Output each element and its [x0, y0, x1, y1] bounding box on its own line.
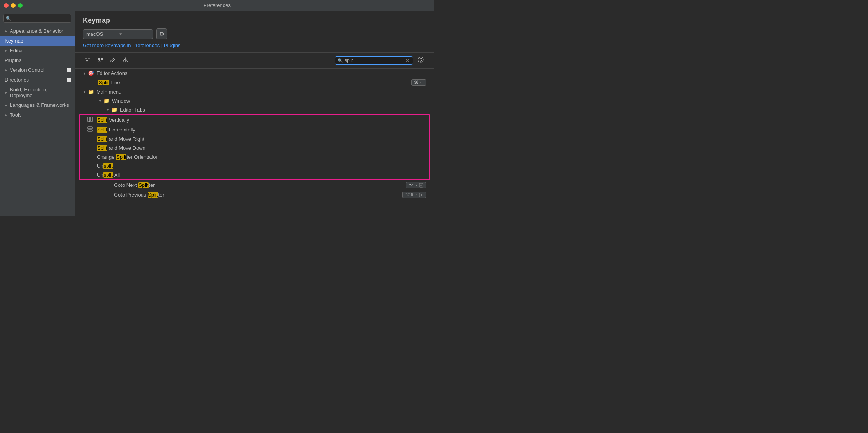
shortcut-icon	[419, 183, 423, 188]
collapse-all-button[interactable]	[95, 56, 105, 66]
arrow-icon: ▶	[5, 113, 7, 117]
keymap-search-icon: 🔍	[338, 58, 343, 63]
highlight-split: Split	[97, 117, 107, 123]
sidebar-item-keymap[interactable]: Keymap	[0, 36, 75, 46]
tree-expand-arrow-icon: ▼	[83, 71, 86, 75]
tree-item-label: Editor Tabs	[120, 107, 426, 113]
maximize-button[interactable]	[18, 3, 23, 8]
shortcut-symbol: ⌘	[414, 80, 418, 85]
tree-item-label: Split Horizontally	[97, 127, 422, 133]
shortcut-area: ⌥→	[406, 182, 426, 188]
svg-rect-14	[88, 117, 90, 122]
arrow-icon: ▶	[5, 103, 7, 107]
tree-item-split-move-down[interactable]: Split and Move Down	[80, 144, 429, 153]
svg-rect-7	[98, 59, 100, 60]
tree-item-unsplit-all[interactable]: Unsplit All	[80, 170, 429, 179]
highlight-split: Split	[138, 182, 149, 188]
tree-item-label: Editor Actions	[96, 70, 426, 76]
tree-expand-arrow-icon: ▼	[98, 99, 102, 103]
sidebar-item-label: Languages & Frameworks	[10, 102, 69, 108]
sidebar-item-label: Version Control	[10, 67, 44, 73]
tree-item-split-line[interactable]: Split Line ⌘ ←	[75, 78, 434, 87]
tree-item-change-splitter[interactable]: Change Splitter Orientation	[80, 153, 429, 161]
tree-item-label: Split and Move Down	[97, 145, 422, 151]
sidebar-item-label: Editor	[10, 48, 23, 53]
close-button[interactable]	[4, 3, 9, 8]
tree-item-label: Goto Next Splitter	[114, 182, 406, 188]
content-area: Keymap macOS ▼ ⚙ Get more keymaps in Pre…	[75, 11, 434, 216]
tree-item-label: Change Splitter Orientation	[97, 154, 422, 160]
highlight-split: Split	[97, 136, 107, 142]
tree-item-goto-next-splitter[interactable]: Goto Next Splitter ⌥→	[75, 180, 434, 190]
main-layout: 🔍 ▶ Appearance & Behavior Keymap ▶ Edito…	[0, 11, 434, 216]
keymap-search-input[interactable]	[345, 58, 403, 63]
sidebar-item-languages[interactable]: ▶ Languages & Frameworks	[0, 100, 75, 110]
svg-rect-1	[85, 59, 87, 59]
svg-rect-4	[88, 59, 90, 59]
tree-item-label: Window	[112, 98, 426, 104]
svg-rect-10	[125, 59, 125, 61]
tree-item-editor-tabs[interactable]: ▼ 📁 Editor Tabs	[75, 105, 434, 114]
sidebar-item-tools[interactable]: ▶ Tools	[0, 110, 75, 120]
sidebar-item-label: Tools	[10, 112, 21, 118]
toolbar-left	[83, 56, 335, 66]
sidebar-item-version-control[interactable]: ▶ Version Control ⬜	[0, 65, 75, 75]
svg-rect-11	[125, 61, 125, 62]
tree-item-main-menu[interactable]: ▼ 📁 Main menu	[75, 87, 434, 96]
shortcut-badge: ⌘ ←	[411, 79, 426, 86]
split-horizontally-icon	[87, 126, 94, 133]
tree-item-label: Unsplit All	[97, 172, 422, 178]
sidebar-item-directories[interactable]: Directories ⬜	[0, 75, 75, 85]
clear-search-button[interactable]: ✕	[405, 58, 410, 63]
tree-item-split-move-right[interactable]: Split and Move Right	[80, 135, 429, 144]
tree-item-window[interactable]: ▼ 📁 Window	[75, 96, 434, 105]
editor-actions-icon: 🎯	[88, 70, 94, 76]
sidebar-item-label: Appearance & Behavior	[10, 28, 63, 34]
sidebar: 🔍 ▶ Appearance & Behavior Keymap ▶ Edito…	[0, 11, 75, 216]
page-icon: ⬜	[67, 78, 71, 82]
sidebar-item-plugins[interactable]: Plugins	[0, 55, 75, 65]
edit-button[interactable]	[108, 56, 118, 66]
svg-rect-6	[98, 58, 100, 59]
tree-item-unsplit[interactable]: Unsplit	[80, 161, 429, 170]
sidebar-item-editor[interactable]: ▶ Editor	[0, 46, 75, 55]
svg-rect-17	[88, 130, 92, 131]
arrow-icon: ▶	[5, 91, 7, 94]
highlight-split: Split	[98, 80, 109, 85]
sidebar-search-bar: 🔍	[0, 11, 75, 26]
shortcut-key: ←	[419, 80, 423, 85]
tree-item-split-horizontally[interactable]: Split Horizontally	[80, 125, 429, 135]
gear-button[interactable]: ⚙	[156, 28, 167, 39]
sidebar-item-label: Plugins	[5, 57, 21, 63]
minimize-button[interactable]	[11, 3, 16, 8]
keymaps-link[interactable]: Get more keymaps in Preferences | Plugin…	[83, 43, 181, 48]
warning-icon	[122, 57, 128, 63]
warning-button[interactable]	[120, 56, 130, 66]
listen-shortcut-button[interactable]	[415, 55, 426, 66]
sidebar-item-appearance[interactable]: ▶ Appearance & Behavior	[0, 26, 75, 36]
sidebar-item-build[interactable]: ▶ Build, Execution, Deployme	[0, 85, 75, 100]
keymap-search-wrapper[interactable]: 🔍 ✕	[335, 56, 413, 65]
sidebar-item-label: Keymap	[5, 38, 23, 44]
window-title: Preferences	[203, 2, 231, 8]
page-title: Keymap	[83, 16, 426, 25]
tree-item-goto-prev-splitter[interactable]: Goto Previous Splitter ⌥⇧→	[75, 190, 434, 200]
window-icon: 📁	[103, 98, 110, 104]
tree-item-split-vertically[interactable]: Split Vertically	[80, 115, 429, 125]
highlight-split: Split	[97, 145, 107, 151]
keymap-select-value: macOS	[86, 31, 103, 37]
edit-icon	[110, 57, 116, 63]
traffic-lights	[4, 3, 23, 8]
sidebar-search-wrapper[interactable]: 🔍	[3, 14, 71, 23]
tree-item-editor-actions[interactable]: ▼ 🎯 Editor Actions	[75, 69, 434, 78]
sidebar-item-label: Build, Execution, Deployme	[10, 87, 71, 98]
tree-area[interactable]: ▼ 🎯 Editor Actions Split Line ⌘ ←	[75, 69, 434, 216]
tree-item-label: Main menu	[96, 89, 426, 95]
selected-items-group: Split Vertically Split Horizontally	[79, 114, 430, 180]
sidebar-search-input[interactable]	[13, 16, 69, 21]
expand-all-button[interactable]	[83, 56, 93, 66]
main-menu-icon: 📁	[88, 89, 94, 95]
expand-all-icon	[85, 57, 91, 63]
keymap-select[interactable]: macOS ▼	[83, 29, 153, 39]
svg-rect-9	[101, 59, 103, 60]
